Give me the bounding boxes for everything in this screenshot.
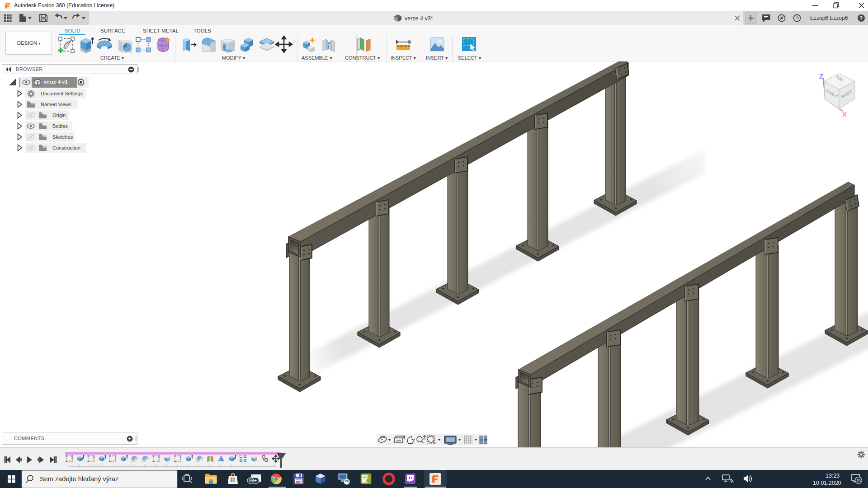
svg-text:99+: 99+: [249, 478, 257, 483]
svg-text:Z: Z: [819, 72, 823, 80]
svg-text:13:23: 13:23: [826, 473, 840, 479]
svg-text:Ezzop6 Ezzop6: Ezzop6 Ezzop6: [810, 15, 848, 21]
svg-text:verze 4 v3*: verze 4 v3*: [405, 15, 433, 22]
svg-text:X: X: [842, 110, 847, 118]
svg-text:10.01.2020: 10.01.2020: [813, 480, 841, 486]
svg-text:21: 21: [857, 478, 862, 483]
svg-text:Sem zadejte hledaný výraz: Sem zadejte hledaný výraz: [40, 475, 118, 483]
svg-text:?: ?: [859, 15, 863, 22]
